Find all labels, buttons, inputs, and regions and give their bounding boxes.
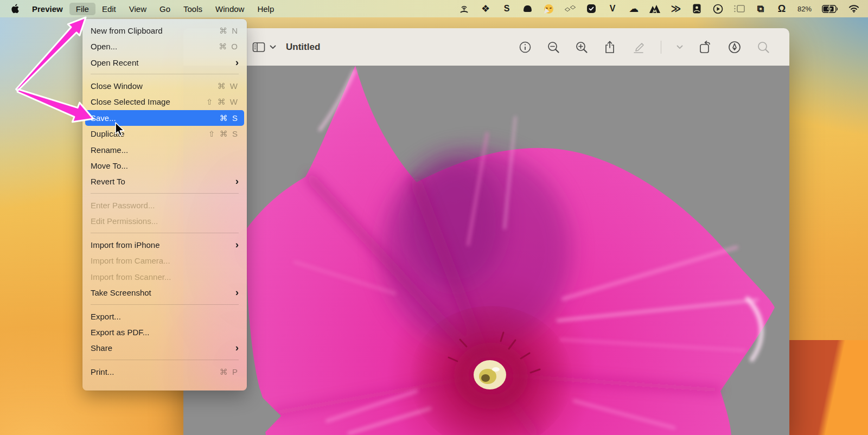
submenu-chevron-icon: › [235, 340, 239, 356]
menu-item-export-as-pdf[interactable]: Export as PDF... [85, 324, 244, 340]
toolbar-divider [661, 41, 661, 54]
mountain-icon[interactable] [649, 3, 660, 15]
check-square-icon[interactable] [586, 3, 597, 15]
preview-window: Untitled [183, 28, 789, 435]
menu-item-import-from-iphone[interactable]: Import from iPhone› [85, 237, 244, 253]
v-app-icon[interactable]: V [607, 3, 618, 15]
menu-item-import-from-scanner: Import from Scanner... [85, 269, 244, 285]
cloud-icon[interactable]: ☁ [628, 3, 639, 15]
double-chevron-icon[interactable]: ≫ [671, 3, 681, 15]
window-title: Untitled [286, 42, 320, 53]
menu-item-import-from-camera: Import from Camera... [85, 253, 244, 268]
menu-item-print[interactable]: Print...⌘ P [85, 364, 244, 380]
share-icon[interactable] [603, 40, 616, 54]
apple-logo-icon [11, 4, 19, 14]
window-toolbar: Untitled [183, 28, 789, 66]
menu-item-share[interactable]: Share› [85, 340, 244, 356]
menu-item-edit-permissions: Edit Permissions... [85, 213, 244, 229]
wifi-icon[interactable] [848, 3, 859, 15]
sneeze-emoji-icon[interactable] [544, 3, 554, 15]
dropbox-icon[interactable]: ❖ [480, 3, 491, 15]
menu-bar: Preview File Edit View Go Tools Window H… [0, 0, 868, 17]
menu-item-open-recent[interactable]: Open Recent› [85, 55, 244, 71]
file-menu: New from Clipboard⌘ N Open...⌘ O Open Re… [82, 19, 247, 391]
submenu-chevron-icon: › [235, 237, 239, 253]
menu-item-take-screenshot[interactable]: Take Screenshot› [85, 285, 244, 300]
headphones-icon[interactable]: Ω [776, 3, 787, 15]
menu-item-save[interactable]: Save...⌘ S [85, 110, 244, 126]
copy-windows-icon[interactable]: ⧉ [755, 3, 766, 15]
apple-menu[interactable] [8, 4, 25, 14]
submenu-chevron-icon: › [235, 285, 239, 300]
search-icon[interactable] [757, 41, 770, 54]
screen-mirror-icon[interactable] [734, 3, 745, 15]
image-canvas[interactable] [183, 66, 789, 435]
submenu-chevron-icon: › [235, 55, 239, 71]
battery-percent: 82% [797, 5, 812, 13]
menu-item-open[interactable]: Open...⌘ O [85, 39, 244, 54]
menu-item-new-from-clipboard[interactable]: New from Clipboard⌘ N [85, 23, 244, 39]
menu-item-close-window[interactable]: Close Window⌘ W [85, 78, 244, 94]
menu-item-revert-to[interactable]: Revert To› [85, 174, 244, 189]
menubar-item-tools[interactable]: Tools [177, 3, 209, 15]
menubar-item-go[interactable]: Go [153, 3, 177, 15]
hand-wifi-icon[interactable] [459, 3, 470, 15]
submenu-chevron-icon: › [235, 174, 239, 189]
menu-separator [91, 193, 239, 194]
info-icon[interactable] [519, 41, 532, 54]
battery-charging-icon[interactable] [822, 3, 838, 15]
desktop-wallpaper-corner [787, 340, 868, 435]
bell-dome-icon[interactable] [522, 3, 533, 15]
menu-separator [91, 304, 239, 305]
menubar-item-file[interactable]: File [69, 3, 95, 15]
menubar-item-preview[interactable]: Preview [25, 3, 69, 15]
menu-separator [91, 360, 239, 360]
zoom-out-icon[interactable] [547, 41, 560, 54]
sidebar-icon[interactable] [252, 42, 265, 53]
play-circle-icon[interactable] [713, 3, 724, 15]
menu-item-rename[interactable]: Rename... [85, 142, 244, 158]
shottr-icon[interactable]: S [501, 3, 512, 15]
menu-separator [91, 74, 239, 74]
menu-item-duplicate[interactable]: Duplicate⇧ ⌘ S [85, 126, 244, 142]
menu-item-close-selected-image[interactable]: Close Selected Image⇧ ⌘ W [85, 94, 244, 110]
rotate-left-icon[interactable] [698, 40, 712, 54]
flower-image [183, 66, 789, 435]
menubar-item-help[interactable]: Help [251, 3, 280, 15]
menubar-item-view[interactable]: View [123, 3, 153, 15]
menu-separator [91, 233, 239, 233]
markup-pencil-icon[interactable] [631, 40, 646, 54]
markup-chevron-down-icon[interactable] [676, 45, 683, 49]
stacked-layers-icon[interactable]: ◇◇ [565, 3, 576, 15]
menubar-item-edit[interactable]: Edit [95, 3, 123, 15]
zoom-in-icon[interactable] [575, 41, 588, 54]
annotate-pen-icon[interactable] [727, 40, 742, 54]
menu-item-export[interactable]: Export... [85, 309, 244, 324]
contact-card-icon[interactable] [692, 3, 703, 15]
menu-item-enter-password: Enter Password... [85, 197, 244, 213]
sidebar-chevron-down-icon[interactable] [270, 45, 276, 49]
menu-item-move-to[interactable]: Move To... [85, 158, 244, 174]
menubar-item-window[interactable]: Window [209, 3, 251, 15]
